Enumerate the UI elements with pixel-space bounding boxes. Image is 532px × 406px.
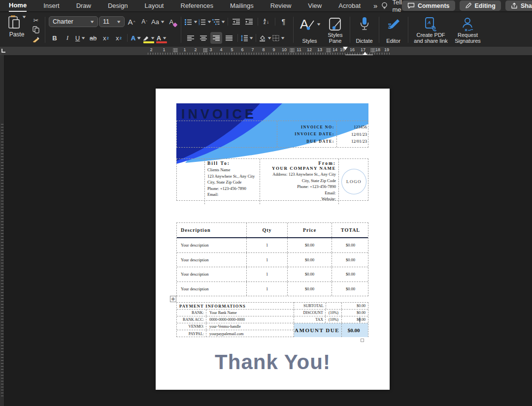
- font-size-select[interactable]: 11 ▼: [99, 16, 125, 27]
- justify-button[interactable]: [223, 32, 235, 44]
- styles-pane-button[interactable]: Styles Pane: [325, 15, 346, 45]
- create-pdf-button[interactable]: A Create PDF and share link: [412, 15, 450, 45]
- subscript-button[interactable]: x2: [100, 32, 112, 44]
- payment-label[interactable]: VENMO:: [177, 323, 206, 330]
- item-description[interactable]: Your description: [177, 282, 247, 296]
- meta-empty-cell[interactable]: [177, 121, 277, 147]
- payment-row[interactable]: PAYPAL: yourpaypalemail.com: [177, 330, 294, 337]
- editing-mode-button[interactable]: Editing: [460, 0, 501, 11]
- item-price[interactable]: $0.00: [288, 253, 332, 267]
- comments-button[interactable]: Comments: [402, 0, 455, 11]
- subtotal-row[interactable]: SUBTOTAL $0.00: [294, 303, 368, 310]
- bold-button[interactable]: B: [49, 32, 61, 44]
- chevron-down-icon[interactable]: ▼: [162, 36, 167, 40]
- amount-due-label[interactable]: AMOUNT DUE: [294, 323, 342, 337]
- invoice-title[interactable]: INVOICE: [181, 107, 257, 122]
- cut-button[interactable]: ✂: [30, 16, 42, 25]
- payment-heading[interactable]: PAYMENT INFORMATIONS: [177, 303, 294, 310]
- meta-label[interactable]: INVOICE NO:: [301, 125, 334, 129]
- payment-value[interactable]: 0000-0000-0000-0000: [206, 316, 295, 323]
- amount-due-value[interactable]: $0.00: [342, 323, 368, 337]
- sort-button[interactable]: AZ ↓: [261, 16, 272, 28]
- col-qty[interactable]: Qty: [247, 223, 288, 237]
- subtotal-value[interactable]: $0.00: [342, 303, 368, 309]
- underline-button[interactable]: U▼: [74, 32, 86, 44]
- chevron-down-icon[interactable]: ▼: [81, 36, 86, 40]
- payment-label[interactable]: BANK:: [177, 310, 206, 316]
- font-name-select[interactable]: Charter ▼: [49, 16, 98, 27]
- item-row[interactable]: Your description 1 $0.00 $0.00: [177, 267, 368, 282]
- parties-table[interactable]: Bill To: Clients Name123 Anywhere St., A…: [176, 158, 368, 201]
- payment-row[interactable]: BANK: Your Bank Name: [177, 310, 294, 316]
- ribbon-tab[interactable]: References: [181, 0, 213, 11]
- grow-font-button[interactable]: A^: [126, 16, 137, 28]
- chevron-down-icon[interactable]: ▼: [193, 20, 198, 24]
- item-total[interactable]: $0.00: [332, 253, 369, 267]
- logo-cell[interactable]: LOGO: [339, 159, 369, 204]
- chevron-down-icon[interactable]: ▼: [266, 36, 272, 40]
- horizontal-ruler[interactable]: 2112345678910111213141516171819: [0, 47, 532, 55]
- numbered-list-button[interactable]: 123 ▼: [199, 16, 211, 28]
- table-move-handle[interactable]: ✛: [170, 296, 176, 302]
- tell-me-button[interactable]: Tell me: [392, 0, 402, 13]
- payment-section[interactable]: PAYMENT INFORMATIONS BANK: Your Bank Nam…: [176, 302, 368, 337]
- first-line-indent-marker[interactable]: [343, 47, 348, 50]
- change-case-button[interactable]: Aa▼: [151, 16, 165, 28]
- ribbon-tab[interactable]: Layout: [144, 0, 164, 11]
- item-description[interactable]: Your description: [177, 267, 247, 281]
- decrease-indent-button[interactable]: [231, 16, 242, 28]
- item-row[interactable]: Your description 1 $0.00 $0.00: [177, 282, 368, 296]
- logo-placeholder[interactable]: LOGO: [341, 169, 366, 194]
- meta-label[interactable]: DUE DATE:: [306, 139, 334, 144]
- editor-button[interactable]: Editor: [383, 15, 404, 45]
- item-row[interactable]: Your description 1 $0.00 $0.00: [177, 238, 368, 253]
- ribbon-tab[interactable]: Acrobat: [338, 0, 361, 11]
- discount-percent[interactable]: (10%): [326, 310, 342, 316]
- discount-row[interactable]: DISCOUNT (10%) $0.00: [294, 310, 368, 316]
- superscript-button[interactable]: x2: [113, 32, 125, 44]
- request-signatures-button[interactable]: Request Signatures: [452, 15, 484, 45]
- right-indent-marker[interactable]: [363, 52, 367, 55]
- col-price[interactable]: Price: [288, 223, 332, 237]
- item-qty[interactable]: 1: [247, 282, 288, 296]
- invoice-meta-table[interactable]: INVOICE NO:INVOICE DATE:DUE DATE: 123456…: [176, 121, 368, 148]
- tax-row[interactable]: TAX (10%) $0.00: [294, 316, 368, 323]
- styles-button[interactable]: A ▼ Styles: [297, 15, 323, 45]
- item-row[interactable]: Your description 1 $0.00 $0.00: [177, 253, 368, 268]
- vertical-ruler[interactable]: [0, 55, 4, 406]
- tax-label[interactable]: TAX: [294, 316, 326, 323]
- chevron-down-icon[interactable]: ▼: [280, 36, 285, 40]
- payment-row[interactable]: VENMO: your-Venmo-handle: [177, 323, 294, 330]
- items-table[interactable]: Description Qty Price TOTAL Your descrip…: [176, 222, 368, 296]
- item-qty[interactable]: 1: [247, 267, 288, 281]
- ribbon-tab[interactable]: Review: [270, 0, 292, 11]
- ribbon-tab[interactable]: Home: [9, 0, 27, 12]
- multilevel-list-button[interactable]: ▼: [212, 16, 225, 28]
- item-qty[interactable]: 1: [247, 238, 288, 252]
- chevron-down-icon[interactable]: ▼: [136, 36, 142, 40]
- bill-to-cell[interactable]: Bill To: Clients Name123 Anywhere St., A…: [205, 159, 260, 204]
- payment-label[interactable]: BANK ACC:: [177, 316, 206, 323]
- discount-value[interactable]: $0.00: [342, 310, 368, 316]
- payment-row[interactable]: BANK ACC: 0000-0000-0000-0000: [177, 316, 294, 323]
- align-right-button[interactable]: [210, 32, 222, 44]
- align-center-button[interactable]: [198, 32, 209, 44]
- ribbon-tab[interactable]: Draw: [76, 0, 91, 11]
- payment-value[interactable]: yourpaypalemail.com: [206, 330, 295, 337]
- item-total[interactable]: $0.00: [332, 282, 369, 296]
- line-spacing-button[interactable]: ▼: [240, 32, 253, 44]
- meta-value[interactable]: 12/01/23: [351, 132, 367, 137]
- align-left-button[interactable]: [185, 32, 197, 44]
- subtotal-label[interactable]: SUBTOTAL: [294, 303, 326, 309]
- discount-label[interactable]: DISCOUNT: [294, 310, 326, 316]
- item-description[interactable]: Your description: [177, 253, 247, 267]
- copy-button[interactable]: [30, 26, 42, 34]
- item-description[interactable]: Your description: [177, 238, 247, 252]
- bullet-list-button[interactable]: ▼: [185, 16, 198, 28]
- table-resize-handle[interactable]: [361, 339, 364, 342]
- share-button[interactable]: Share: [505, 0, 532, 11]
- item-total[interactable]: $0.00: [332, 267, 369, 281]
- paste-dropdown-caret[interactable]: ▼: [21, 15, 27, 19]
- totals-table[interactable]: SUBTOTAL $0.00 DISCOUNT (10%) $0.00 TAX …: [294, 302, 368, 337]
- paste-button[interactable]: ▼ Paste: [4, 15, 30, 46]
